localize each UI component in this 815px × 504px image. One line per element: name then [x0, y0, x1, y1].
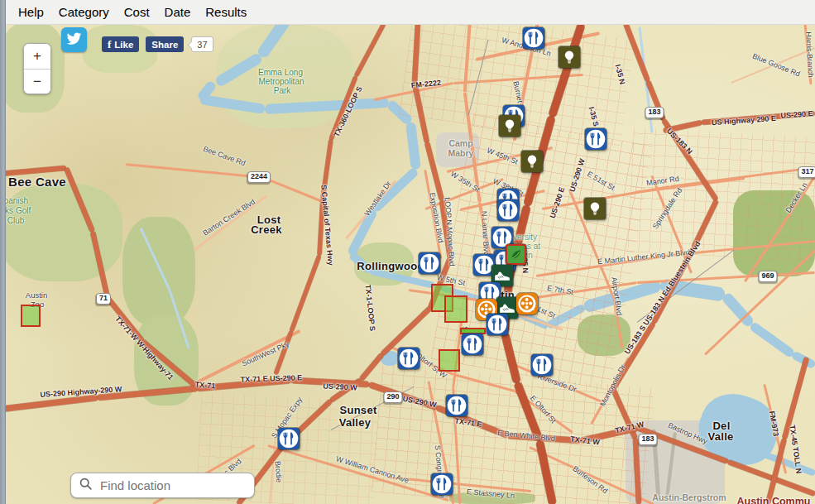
- lightbulb-marker[interactable]: [559, 46, 580, 68]
- zoom-in-button[interactable]: +: [24, 44, 50, 69]
- map-label: Emma Long: [258, 69, 303, 77]
- facebook-buttons: f Like Share 37: [102, 36, 213, 52]
- restaurant-marker[interactable]: [531, 354, 553, 376]
- map-label: N Lamar Blvd: [480, 211, 490, 257]
- road-hw: [290, 254, 322, 332]
- film-marker[interactable]: [516, 293, 538, 314]
- map-label: Barton Creek Blvd: [202, 198, 256, 237]
- map-label: Mabry: [448, 149, 474, 158]
- zoom-out-button[interactable]: −: [24, 69, 50, 94]
- window-edge: [0, 0, 6, 504]
- minus-icon: −: [33, 74, 41, 89]
- menu-item-results[interactable]: Results: [198, 5, 254, 19]
- facebook-f-icon: f: [108, 38, 111, 51]
- restaurant-marker[interactable]: [278, 428, 300, 449]
- road-art: [262, 176, 324, 204]
- map-label: Austin Commu: [737, 497, 811, 504]
- app-window: Bee CaveLostCreekRollingwoodSunsetValley…: [0, 0, 815, 504]
- route-shield: 71: [96, 293, 111, 305]
- highlight-zone[interactable]: [444, 295, 467, 323]
- map-label: Rollingwood: [357, 261, 424, 271]
- search-icon: [79, 477, 93, 494]
- restaurant-marker[interactable]: [446, 395, 467, 416]
- menu-item-category[interactable]: Category: [51, 5, 117, 19]
- map-label: Creek: [251, 224, 282, 235]
- map-label: Austin: [26, 291, 47, 300]
- road-hw: [354, 22, 386, 77]
- map-label: Park: [274, 87, 291, 95]
- route-shield: 290: [383, 391, 402, 403]
- highlight-zone[interactable]: [21, 305, 41, 327]
- route-shield: 2244: [247, 171, 271, 183]
- route-shield: 317: [798, 166, 815, 178]
- map-label: Brodie: [274, 461, 283, 483]
- menu-item-help[interactable]: Help: [11, 5, 51, 19]
- menu-item-date[interactable]: Date: [157, 5, 199, 19]
- facebook-share-button[interactable]: Share: [146, 36, 184, 52]
- map-label: US-290 E: [780, 110, 813, 120]
- street-grid: [627, 127, 815, 261]
- like-label: Like: [114, 40, 133, 50]
- map-label: Sunset: [339, 405, 376, 415]
- restaurant-marker[interactable]: [419, 252, 440, 274]
- route-shield: 969: [758, 271, 777, 282]
- lightbulb-marker[interactable]: [499, 115, 520, 137]
- restaurant-marker[interactable]: [497, 199, 519, 221]
- waterway: [405, 122, 421, 170]
- restaurant-marker[interactable]: [487, 314, 508, 335]
- zoom-control: + −: [23, 43, 51, 94]
- restaurant-marker[interactable]: [523, 27, 544, 49]
- map-label: Bee Cave: [8, 175, 66, 188]
- map-label: LOOP N Mopac Blvd: [443, 197, 456, 266]
- map-label: TX-1-LOOP S: [364, 285, 376, 332]
- find-location-box: [70, 473, 255, 498]
- search-input[interactable]: [98, 478, 247, 493]
- map-label: Bee Cave Rd: [202, 146, 246, 168]
- twitter-share-button[interactable]: [61, 27, 87, 52]
- menu-bar: HelpCategoryCostDateResults: [0, 0, 815, 25]
- lightbulb-marker[interactable]: [584, 198, 606, 219]
- restaurant-marker[interactable]: [585, 128, 606, 150]
- restaurant-marker[interactable]: [398, 348, 419, 369]
- share-count-badge: 37: [191, 36, 213, 52]
- lightbulb-marker[interactable]: [521, 151, 543, 172]
- leaf-marker[interactable]: [506, 244, 526, 265]
- map-label: Metropolitan: [258, 78, 304, 86]
- waterway: [749, 321, 795, 358]
- road-hw: [359, 353, 385, 382]
- map-label: Club: [7, 217, 25, 225]
- map-label: Austin-Bergstrom: [652, 493, 726, 502]
- restaurant-marker[interactable]: [431, 473, 453, 495]
- restaurant-marker[interactable]: [462, 334, 483, 355]
- share-count: 37: [197, 40, 207, 50]
- route-shield: 183: [645, 107, 664, 118]
- map-label: Harris-Branch: [804, 31, 814, 78]
- plus-icon: +: [33, 48, 41, 64]
- share-label: Share: [151, 40, 178, 50]
- map-label: Valley: [339, 417, 372, 428]
- map-label: US Highway 290 E: [712, 115, 776, 127]
- menu-item-cost[interactable]: Cost: [117, 5, 157, 19]
- twitter-bird-icon: [65, 30, 83, 50]
- facebook-like-button[interactable]: f Like: [102, 36, 139, 52]
- map-canvas[interactable]: Bee CaveLostCreekRollingwoodSunsetValley…: [0, 0, 815, 504]
- route-shield: 183: [638, 434, 657, 445]
- highlight-zone[interactable]: [439, 349, 460, 372]
- map-label: Camp: [448, 139, 472, 148]
- map-label: US-290 W: [323, 382, 357, 391]
- map-label: Valle: [707, 431, 733, 442]
